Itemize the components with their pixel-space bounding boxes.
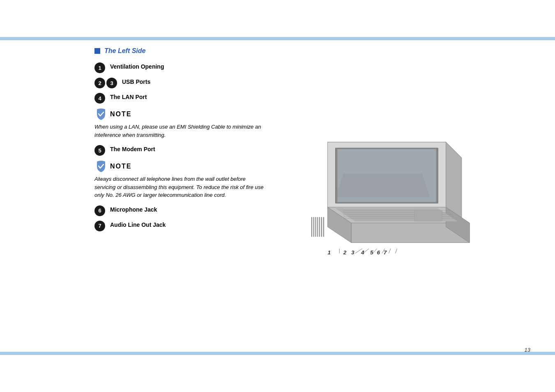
bottom-bar	[0, 352, 555, 355]
badge-group: 4	[94, 93, 105, 104]
note-icon-2	[94, 160, 108, 173]
note-header-2: NOTE	[94, 160, 267, 173]
top-bar	[0, 37, 555, 40]
svg-text:3: 3	[351, 249, 355, 256]
list-item: 7 Audio Line Out Jack	[94, 220, 267, 231]
svg-line-30	[395, 249, 397, 254]
list-item: 6 Microphone Jack	[94, 205, 267, 216]
note-icon-1	[94, 108, 108, 121]
svg-text:1: 1	[327, 249, 330, 256]
note-title-2: NOTE	[110, 163, 131, 170]
badge-5: 5	[94, 145, 105, 156]
svg-line-27	[373, 249, 377, 254]
svg-marker-5	[335, 173, 430, 197]
item-label-4: The Modem Port	[110, 145, 155, 152]
page-container: 13 The Left Side 1 Ventilation Opening 2	[0, 0, 555, 392]
badge-group: 7	[94, 221, 105, 231]
section-heading: The Left Side	[94, 47, 267, 55]
badge-7: 7	[94, 221, 105, 231]
note-text-2: Always disconnect all telephone lines fr…	[94, 175, 267, 199]
svg-rect-16	[414, 210, 442, 221]
section-title: The Left Side	[104, 47, 145, 55]
laptop-svg: 1 2 3 4 5 6 7	[292, 125, 489, 273]
note-title-1: NOTE	[110, 111, 131, 118]
item-label-5: Microphone Jack	[110, 205, 157, 213]
list-item: 1 Ventilation Opening	[94, 62, 267, 73]
badge-6: 6	[94, 205, 105, 216]
svg-line-29	[389, 249, 391, 254]
page-number: 13	[525, 347, 530, 353]
note-box-1: NOTE When using a LAN, please use an EMI…	[94, 108, 267, 139]
badge-1: 1	[94, 62, 105, 73]
svg-text:5: 5	[370, 249, 373, 256]
note-box-2: NOTE Always disconnect all telephone lin…	[94, 160, 267, 199]
badge-3: 3	[106, 78, 117, 88]
badge-group: 1	[94, 62, 105, 73]
badge-group: 5	[94, 145, 105, 156]
note-header-1: NOTE	[94, 108, 267, 121]
item-label-1: Ventilation Opening	[110, 62, 164, 70]
item-label-2: USB Ports	[122, 77, 150, 85]
badge-2: 2	[94, 78, 105, 88]
badge-group: 6	[94, 205, 105, 216]
svg-text:7: 7	[383, 249, 387, 256]
svg-text:6: 6	[377, 249, 380, 256]
item-label-3: The LAN Port	[110, 92, 147, 100]
list-item: 2 3 USB Ports	[94, 77, 267, 88]
left-column: The Left Side 1 Ventilation Opening 2 3 …	[94, 43, 267, 347]
list-item: 4 The LAN Port	[94, 92, 267, 104]
note-text-1: When using a LAN, please use an EMI Shie…	[94, 123, 267, 139]
heading-square-icon	[94, 48, 100, 54]
right-column: 1 2 3 4 5 6 7	[275, 43, 514, 347]
content-area: The Left Side 1 Ventilation Opening 2 3 …	[94, 43, 514, 347]
svg-text:2: 2	[343, 249, 346, 256]
item-label-6: Audio Line Out Jack	[110, 220, 166, 228]
badge-4: 4	[94, 93, 105, 104]
badge-group: 2 3	[94, 78, 117, 88]
laptop-image: 1 2 3 4 5 6 7	[292, 125, 497, 281]
list-item: 5 The Modem Port	[94, 145, 267, 156]
